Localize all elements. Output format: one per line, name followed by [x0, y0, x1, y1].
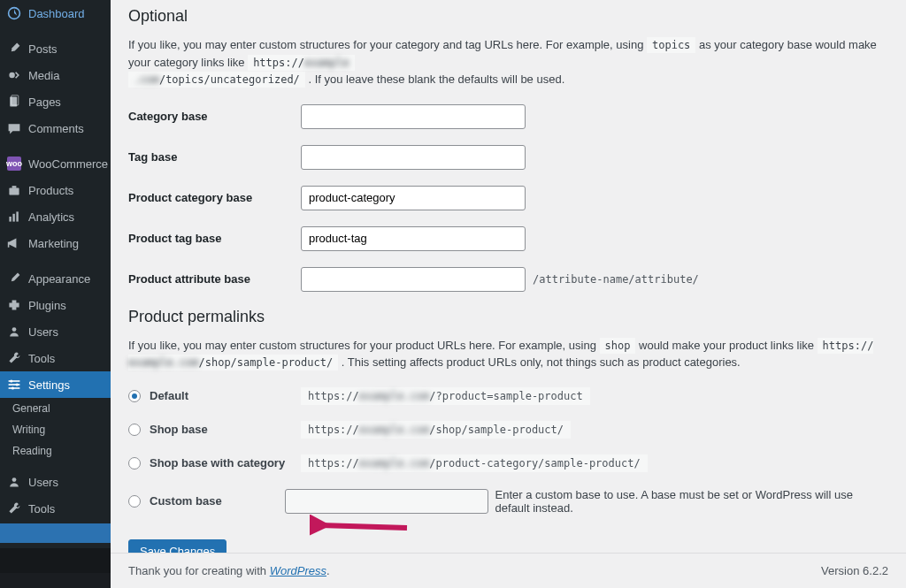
sidebar-sub-writing[interactable]: Writing [0, 419, 111, 440]
product-tag-base-input[interactable] [301, 226, 526, 251]
product-cat-base-input[interactable] [301, 186, 526, 210]
sidebar-label: Tools [28, 502, 55, 515]
svg-point-16 [12, 477, 17, 482]
sidebar-item-tools-2[interactable]: Tools [0, 495, 111, 522]
sidebar-item-users[interactable]: Users [0, 318, 111, 345]
custom-base-input[interactable] [285, 489, 488, 514]
radio-label: Custom base [150, 494, 222, 508]
product-tag-base-label: Product tag base [128, 232, 301, 245]
radio-label: Default [150, 389, 188, 402]
permalink-option-custom[interactable]: Custom base [128, 494, 285, 508]
woo-icon: woo [7, 157, 21, 171]
users-icon [7, 475, 21, 489]
code-url1b: .com/topics/uncategorized/ [128, 72, 305, 88]
dashboard-icon [7, 6, 21, 20]
permalink-code: https://example.com/product-category/sam… [301, 454, 648, 472]
sidebar-item-analytics[interactable]: Analytics [0, 203, 111, 230]
sidebar-item-dashboard[interactable]: Dashboard [0, 0, 111, 27]
brush-icon [7, 271, 21, 286]
sidebar-label: Marketing [28, 237, 79, 250]
sidebar-label: WooCommerce [28, 157, 108, 171]
sidebar-label: Tools [28, 352, 55, 365]
optional-heading: Optional [128, 7, 888, 26]
plugin-icon [7, 298, 21, 312]
permalink-option-shop-category[interactable]: Shop base with category [128, 456, 301, 470]
sidebar-item-products[interactable]: Products [0, 177, 111, 203]
admin-sidebar: Dashboard Posts Media Pages Comments woo… [0, 0, 111, 588]
sidebar-redacted [0, 573, 111, 588]
code-shop: shop [600, 338, 636, 354]
main-content: Optional If you like, you may enter cust… [111, 0, 906, 588]
pin-icon [7, 42, 21, 56]
sidebar-item-users-2[interactable]: Users [0, 469, 111, 495]
permalink-code: https://example.com/?product=sample-prod… [301, 387, 590, 405]
custom-base-help: Enter a custom base to use. A base must … [495, 488, 888, 515]
radio-icon [128, 390, 141, 402]
permalinks-heading: Product permalinks [128, 308, 888, 326]
code-topics: topics [647, 37, 695, 53]
sidebar-label: Users [28, 325, 58, 339]
category-base-label: Category base [128, 110, 301, 123]
permalink-option-shop[interactable]: Shop base [128, 423, 301, 436]
radio-label: Shop base with category [150, 456, 285, 470]
sidebar-sub-general[interactable]: General [0, 398, 111, 419]
comment-icon [7, 121, 21, 135]
sidebar-item-marketing[interactable]: Marketing [0, 230, 111, 256]
svg-line-17 [320, 525, 407, 528]
code-url1: https://example [248, 55, 354, 71]
radio-icon [128, 424, 141, 436]
sidebar-item-media[interactable]: Media [0, 62, 111, 88]
media-icon [7, 68, 21, 82]
permalinks-desc: If you like, you may enter custom struct… [128, 337, 888, 371]
svg-rect-8 [16, 211, 18, 221]
sidebar-label: Pages [28, 95, 61, 109]
wrench-icon [7, 501, 21, 515]
product-attr-base-input[interactable] [301, 267, 526, 292]
sidebar-item-appearance[interactable]: Appearance [0, 265, 111, 292]
footer-version: Version 6.2.2 [821, 564, 888, 577]
sidebar-label: Plugins [28, 299, 66, 312]
sidebar-label: Users [28, 476, 58, 489]
sidebar-redacted [0, 548, 111, 573]
sidebar-item-settings[interactable]: Settings [0, 371, 111, 398]
sidebar-redacted [0, 523, 111, 543]
sidebar-item-comments[interactable]: Comments [0, 115, 111, 141]
sidebar-label: Dashboard [28, 7, 85, 20]
svg-rect-6 [9, 217, 11, 222]
wordpress-link[interactable]: WordPress [270, 564, 326, 577]
sidebar-sub-reading[interactable]: Reading [0, 440, 111, 462]
permalink-code: https://example.com/shop/sample-product/ [301, 421, 571, 439]
tag-base-input[interactable] [301, 145, 526, 170]
footer-thanks: Thank you for creating with WordPress. [128, 564, 330, 577]
sidebar-label: Media [28, 69, 59, 82]
permalink-option-default[interactable]: Default [128, 389, 301, 402]
product-cat-base-label: Product category base [128, 191, 301, 204]
page-icon [7, 95, 21, 109]
sidebar-label: Analytics [28, 210, 74, 224]
sidebar-item-posts[interactable]: Posts [0, 35, 111, 62]
sidebar-item-plugins[interactable]: Plugins [0, 292, 111, 318]
svg-point-14 [16, 383, 19, 386]
optional-desc: If you like, you may enter custom struct… [128, 36, 888, 88]
users-icon [7, 325, 21, 339]
sidebar-item-pages[interactable]: Pages [0, 88, 111, 115]
svg-rect-5 [12, 186, 17, 187]
sidebar-label: Products [28, 184, 73, 197]
sidebar-label: Appearance [28, 272, 90, 286]
category-base-input[interactable] [301, 104, 526, 129]
svg-rect-7 [12, 214, 14, 222]
svg-point-9 [12, 327, 17, 332]
radio-icon [128, 495, 141, 508]
product-attr-base-label: Product attribute base [128, 272, 301, 286]
sidebar-label: Posts [28, 42, 58, 56]
megaphone-icon [7, 236, 21, 250]
footer: Thank you for creating with WordPress. V… [111, 553, 906, 588]
tag-base-label: Tag base [128, 150, 301, 164]
sidebar-item-tools[interactable]: Tools [0, 345, 111, 371]
radio-icon [128, 457, 141, 470]
analytics-icon [7, 210, 21, 224]
annotation-arrow-icon [310, 515, 416, 541]
product-icon [7, 183, 21, 197]
svg-point-13 [10, 379, 12, 382]
sidebar-item-woocommerce[interactable]: wooWooCommerce [0, 150, 111, 177]
